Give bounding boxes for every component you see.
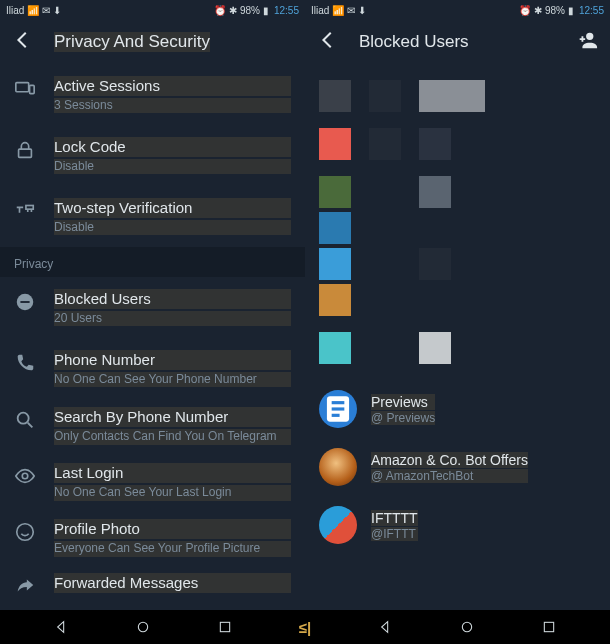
avatar bbox=[319, 448, 357, 486]
svg-rect-11 bbox=[332, 407, 345, 410]
nav-home-icon[interactable] bbox=[135, 619, 151, 635]
item-title: Last Login bbox=[54, 463, 291, 483]
item-sub: No One Can See Your Last Login bbox=[54, 485, 291, 501]
color-tile[interactable] bbox=[419, 248, 451, 280]
lock-icon bbox=[14, 139, 36, 161]
svg-rect-12 bbox=[332, 414, 340, 417]
color-tile[interactable] bbox=[419, 128, 451, 160]
item-title: Search By Phone Number bbox=[54, 407, 291, 427]
svg-rect-16 bbox=[544, 622, 553, 631]
item-title: Blocked Users bbox=[54, 289, 291, 309]
svg-rect-5 bbox=[20, 301, 29, 303]
carrier-label: Iliad bbox=[6, 5, 24, 16]
color-tile[interactable] bbox=[319, 248, 351, 280]
system-nav-bar: ≤| bbox=[0, 610, 610, 644]
header-left: Privacy And Security bbox=[0, 20, 305, 64]
tile-row-4 bbox=[305, 212, 610, 244]
blocked-users-pane: Iliad 📶 ✉ ⬇ ⏰ ✱ 98% ▮ 12:55 Blocked User… bbox=[305, 0, 610, 610]
tile-row-2 bbox=[305, 128, 610, 160]
item-active-sessions[interactable]: Active Sessions 3 Sessions bbox=[0, 64, 305, 125]
back-arrow-icon[interactable] bbox=[12, 29, 34, 56]
item-two-step[interactable]: Two-step Verification Disable bbox=[0, 186, 305, 247]
phone-icon bbox=[14, 352, 36, 374]
status-bar-left: Iliad 📶 ✉ ⬇ ⏰ ✱ 98% ▮ 12:55 bbox=[0, 0, 305, 20]
color-tile[interactable] bbox=[319, 212, 351, 244]
color-tile[interactable] bbox=[319, 80, 351, 112]
user-handle: @IFTTT bbox=[371, 527, 418, 541]
battery-icon: ▮ bbox=[263, 5, 269, 16]
svg-rect-10 bbox=[332, 401, 345, 404]
minus-circle-icon bbox=[14, 291, 36, 313]
user-name: Previews bbox=[371, 394, 435, 410]
color-tile[interactable] bbox=[369, 128, 401, 160]
item-forwarded[interactable]: Forwarded Messages bbox=[0, 567, 305, 610]
color-tile[interactable] bbox=[319, 284, 351, 316]
blocked-user-row[interactable]: Previews @ Previews bbox=[305, 380, 610, 438]
item-sub: Only Contacts Can Find You On Telegram bbox=[54, 429, 291, 445]
color-tile[interactable] bbox=[319, 332, 351, 364]
item-sub: 20 Users bbox=[54, 311, 291, 327]
battery-label: 98% bbox=[240, 5, 260, 16]
back-arrow-icon[interactable] bbox=[317, 29, 339, 56]
item-sub: Everyone Can See Your Profile Picture bbox=[54, 541, 291, 557]
color-tile[interactable] bbox=[369, 80, 401, 112]
item-blocked-users[interactable]: Blocked Users 20 Users bbox=[0, 277, 305, 338]
signal-icon: 📶 ✉ ⬇ bbox=[27, 5, 61, 16]
smile-icon bbox=[14, 521, 36, 543]
avatar bbox=[319, 390, 357, 428]
status-bar-right: Iliad 📶 ✉ ⬇ ⏰ ✱ 98% ▮ 12:55 bbox=[305, 0, 610, 20]
search-icon bbox=[14, 409, 36, 431]
item-sub: Disable bbox=[54, 220, 291, 236]
page-title: Blocked Users bbox=[359, 32, 469, 52]
item-lock-code[interactable]: Lock Code Disable bbox=[0, 125, 305, 186]
nav-recent-icon[interactable] bbox=[217, 619, 233, 635]
nav-home-icon-2[interactable] bbox=[459, 619, 475, 635]
tile-row-1 bbox=[305, 80, 610, 112]
svg-point-8 bbox=[17, 524, 34, 541]
color-tile[interactable] bbox=[319, 176, 351, 208]
svg-point-15 bbox=[462, 622, 471, 631]
devices-icon bbox=[14, 78, 36, 100]
nav-special-icon[interactable]: ≤| bbox=[299, 619, 311, 636]
blocked-user-row[interactable]: IFTTTT @IFTTT bbox=[305, 496, 610, 554]
add-user-icon[interactable] bbox=[576, 29, 598, 55]
item-sub: Disable bbox=[54, 159, 291, 175]
item-title: Phone Number bbox=[54, 350, 291, 370]
forward-icon bbox=[14, 575, 36, 597]
item-sub: No One Can See Your Phone Number bbox=[54, 372, 291, 388]
item-title: Forwarded Messages bbox=[54, 573, 291, 593]
battery-label: 98% bbox=[545, 5, 565, 16]
item-phone-number[interactable]: Phone Number No One Can See Your Phone N… bbox=[0, 338, 305, 399]
tile-row-7 bbox=[305, 332, 610, 364]
color-tile[interactable] bbox=[419, 332, 451, 364]
alarm-icon: ⏰ ✱ bbox=[519, 5, 542, 16]
nav-recent-icon-2[interactable] bbox=[541, 619, 557, 635]
blocked-user-row[interactable]: Amazon & Co. Bot Offers @ AmazonTechBot bbox=[305, 438, 610, 496]
item-last-login[interactable]: Last Login No One Can See Your Last Logi… bbox=[0, 455, 305, 511]
nav-back-icon[interactable] bbox=[53, 619, 69, 635]
clock-label: 12:55 bbox=[579, 5, 604, 16]
color-tile[interactable] bbox=[419, 80, 485, 112]
svg-point-6 bbox=[18, 413, 29, 424]
nav-back-icon-2[interactable] bbox=[377, 619, 393, 635]
user-name: IFTTTT bbox=[371, 510, 418, 526]
tile-row-5 bbox=[305, 248, 610, 280]
item-title: Two-step Verification bbox=[54, 198, 291, 218]
svg-rect-3 bbox=[26, 206, 33, 210]
shield-key-icon bbox=[14, 200, 36, 222]
color-tile[interactable] bbox=[319, 128, 351, 160]
item-sub: 3 Sessions bbox=[54, 98, 291, 114]
item-title: Active Sessions bbox=[54, 76, 291, 96]
user-name: Amazon & Co. Bot Offers bbox=[371, 452, 528, 468]
item-profile-photo[interactable]: Profile Photo Everyone Can See Your Prof… bbox=[0, 511, 305, 567]
carrier-label: Iliad bbox=[311, 5, 329, 16]
privacy-settings-pane: Iliad 📶 ✉ ⬇ ⏰ ✱ 98% ▮ 12:55 Privacy And … bbox=[0, 0, 305, 610]
avatar bbox=[319, 506, 357, 544]
user-handle: @ AmazonTechBot bbox=[371, 469, 528, 483]
page-title: Privacy And Security bbox=[54, 32, 210, 52]
color-tile[interactable] bbox=[419, 176, 451, 208]
tile-row-3 bbox=[305, 176, 610, 208]
item-title: Profile Photo bbox=[54, 519, 291, 539]
signal-icon: 📶 ✉ ⬇ bbox=[332, 5, 366, 16]
item-search-phone[interactable]: Search By Phone Number Only Contacts Can… bbox=[0, 399, 305, 455]
